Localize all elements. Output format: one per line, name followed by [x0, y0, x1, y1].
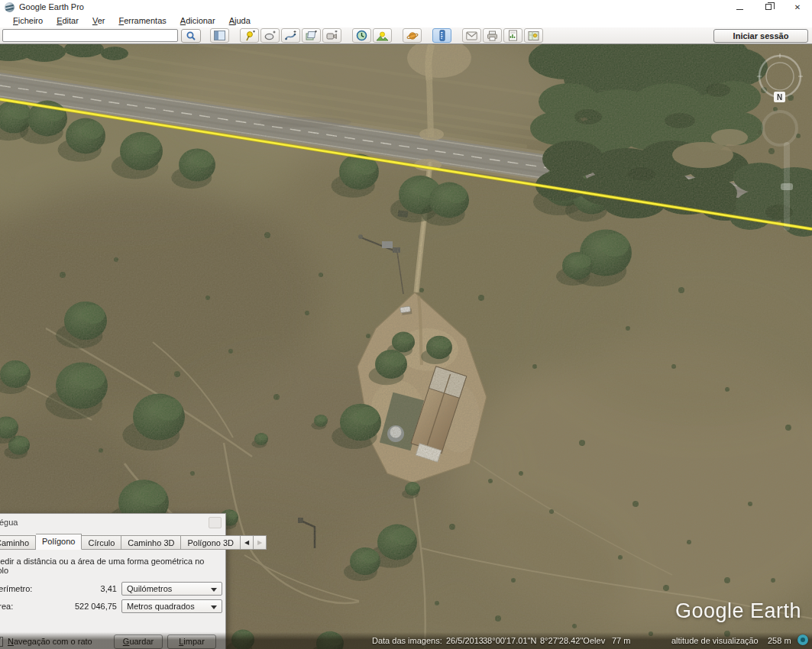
- tab-poligono[interactable]: Polígono: [36, 534, 82, 550]
- area-value: 522 046,75: [56, 602, 117, 611]
- perimeter-label: Perímetro:: [0, 584, 32, 593]
- save-image-button[interactable]: [503, 28, 522, 43]
- title-bar[interactable]: Google Earth Pro ✕: [0, 0, 812, 14]
- google-earth-watermark: GoogleEarth: [675, 599, 801, 623]
- add-polygon-button[interactable]: [260, 28, 280, 43]
- print-button[interactable]: [483, 28, 502, 43]
- close-button[interactable]: ✕: [783, 0, 812, 14]
- sunlight-button[interactable]: [373, 28, 392, 43]
- menu-editar[interactable]: Editar: [50, 15, 86, 26]
- menu-bar: Ficheiro Editar Ver Ferramentas Adiciona…: [0, 14, 812, 27]
- ruler-tabs: Caminho Polígono Círculo Caminho 3D Polí…: [0, 534, 267, 550]
- streaming-indicator-icon: [797, 634, 808, 645]
- menu-ver[interactable]: Ver: [86, 15, 112, 26]
- planets-button[interactable]: [403, 28, 422, 43]
- email-icon: [466, 31, 477, 40]
- view-in-maps-button[interactable]: [524, 28, 543, 43]
- search-icon: [186, 31, 196, 41]
- ruler-dialog: Régua Caminho Polígono Círculo Caminho 3…: [0, 513, 226, 649]
- restore-icon: [765, 4, 772, 10]
- record-tour-button[interactable]: [322, 28, 341, 43]
- show-sidebar-icon: [214, 31, 225, 40]
- elevation-value: 77 m: [612, 636, 630, 645]
- print-icon: [487, 31, 498, 41]
- sunlight-icon: [377, 31, 388, 41]
- add-path-button[interactable]: [281, 28, 300, 43]
- record-tour-icon: [326, 31, 338, 41]
- historical-imagery-button[interactable]: [352, 28, 371, 43]
- menu-ficheiro[interactable]: Ficheiro: [6, 15, 50, 26]
- search-button[interactable]: [181, 29, 201, 43]
- tab-caminho[interactable]: Caminho: [0, 535, 36, 550]
- ruler-dialog-title[interactable]: Régua: [0, 518, 18, 527]
- show-sidebar-button[interactable]: [210, 28, 229, 43]
- tab-circulo[interactable]: Círculo: [82, 535, 121, 550]
- imagery-date-label: Data das imagens:: [372, 636, 442, 645]
- save-image-icon: [508, 30, 518, 41]
- view-in-maps-icon: [528, 31, 539, 41]
- window-title: Google Earth Pro: [19, 2, 84, 11]
- imagery-date-value: 26/5/2013: [446, 636, 484, 645]
- tabs-scroll-right-icon[interactable]: ▶: [254, 535, 267, 550]
- elevation-label: elev: [590, 636, 605, 645]
- add-placemark-button[interactable]: [240, 28, 259, 43]
- add-path-icon: [285, 31, 296, 41]
- email-button[interactable]: [462, 28, 481, 43]
- restore-button[interactable]: [754, 0, 783, 14]
- minimize-icon: [736, 9, 743, 10]
- sign-in-button[interactable]: Iniciar sessão: [713, 29, 808, 43]
- search-input[interactable]: [2, 29, 178, 42]
- zoom-slider-handle[interactable]: [781, 183, 793, 190]
- status-bar: Data das imagens: 26/5/2013 38°00'17.01"…: [0, 632, 812, 649]
- menu-adicionar[interactable]: Adicionar: [173, 15, 222, 26]
- close-icon: ✕: [794, 3, 801, 11]
- view-altitude-label: altitude de visualização: [671, 636, 759, 645]
- ruler-icon: [438, 30, 447, 41]
- menu-ferramentas[interactable]: Ferramentas: [112, 15, 173, 26]
- compass-north-label: N: [777, 93, 782, 102]
- area-label: Área:: [0, 602, 13, 611]
- historical-imagery-icon: [356, 30, 367, 41]
- ruler-dialog-close-button[interactable]: [209, 517, 222, 528]
- ruler-button[interactable]: [432, 28, 451, 43]
- tab-caminho-3d[interactable]: Caminho 3D: [121, 535, 181, 550]
- latitude-value: 38°00'17.01"N: [483, 636, 536, 645]
- add-placemark-icon: [244, 31, 255, 41]
- map-viewport[interactable]: N GoogleEarth Régua Caminho Polígono Cír…: [0, 44, 812, 649]
- area-unit-select[interactable]: Metros quadrados: [121, 599, 222, 613]
- tab-poligono-3d[interactable]: Polígono 3D: [181, 535, 241, 550]
- toolbar: Iniciar sessão: [0, 27, 812, 44]
- ruler-description: Medir a distância ou a área de uma forma…: [0, 557, 215, 575]
- perimeter-value: 3,41: [56, 584, 117, 593]
- minimize-button[interactable]: [725, 0, 754, 14]
- planets-icon: [406, 31, 419, 41]
- add-image-overlay-button[interactable]: [302, 28, 321, 43]
- add-polygon-icon: [264, 31, 276, 41]
- menu-ajuda[interactable]: Ajuda: [222, 15, 257, 26]
- perimeter-unit-select[interactable]: Quilómetros: [121, 582, 222, 596]
- app-logo-icon: [5, 2, 15, 12]
- view-altitude-value: 258 m: [768, 636, 791, 645]
- tabs-scroll-left-icon[interactable]: ◀: [241, 535, 254, 550]
- add-image-overlay-icon: [306, 31, 317, 41]
- longitude-value: 8°27'28.42"O: [540, 636, 590, 645]
